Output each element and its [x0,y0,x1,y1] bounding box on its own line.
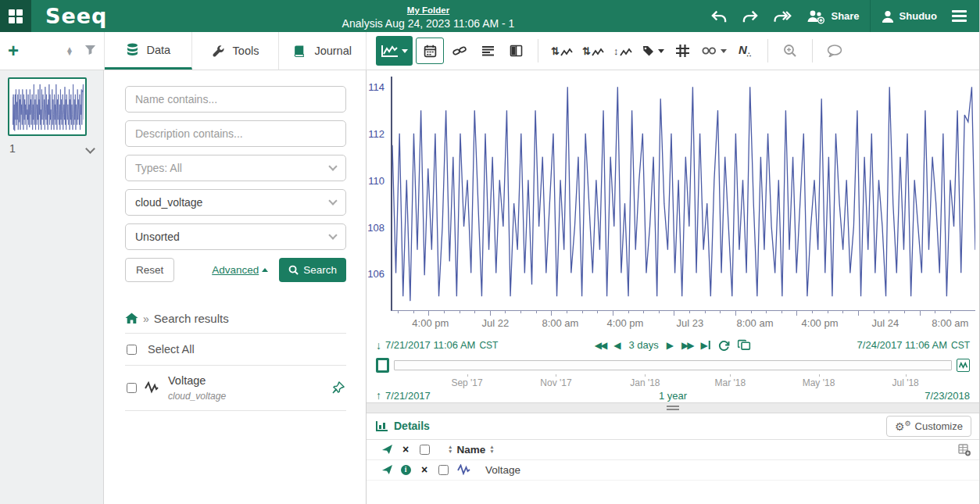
trend-chart-icon [381,45,399,57]
group-axes-button[interactable]: ⇅ [579,38,607,64]
search-button[interactable]: Search [279,258,346,282]
reset-button[interactable]: Reset [125,258,174,282]
investigate-button[interactable] [699,38,730,64]
customize-button[interactable]: ⚙⚙ Customize [886,416,971,437]
paper-plane-icon [381,444,393,455]
range-end-value[interactable]: 7/24/2017 11:06 AM [857,339,947,351]
stack-axes-button[interactable]: ↕ [610,38,635,64]
plot-area[interactable] [391,77,975,311]
redo-all-button[interactable] [766,0,799,32]
range-start-timezone: CST [479,340,498,351]
app-grid-icon [9,9,23,23]
share-label: Share [831,10,859,22]
range-start-value[interactable]: 7/21/2017 11:06 AM [385,339,475,351]
zoom-in-icon [783,44,797,58]
header-divider [870,0,871,32]
row-name[interactable]: Voltage [485,464,520,476]
tab-journal[interactable]: Journal [279,32,367,70]
seeq-app: Seeq My Folder Analysis Aug 24, 2023 11:… [0,0,980,504]
investigate-range-row: ↑ 7/21/2017 1 year 7/23/2018 [376,388,970,403]
investigate-duration[interactable]: 1 year [659,390,687,402]
step-to-end-button[interactable]: ▶ [700,340,710,351]
add-worksheet-button[interactable]: + [8,41,19,60]
search-form-actions: Reset Advanced Search [125,258,346,282]
investigate-start-value[interactable]: 7/21/2017 [385,390,431,402]
refresh-icon[interactable] [718,340,730,351]
auto-update-toggle[interactable] [957,359,970,372]
list-view-button[interactable] [475,38,500,64]
description-contains-input[interactable] [125,120,346,147]
investigate-tick-labels: Sep '17Nov '17Jan '18Mar '18May '18Jul '… [395,375,951,388]
advanced-link[interactable]: Advanced [212,264,268,276]
toolbar-separator [812,39,813,63]
pin-result-button[interactable] [332,381,345,394]
annotate-button[interactable] [822,38,847,64]
range-selector-handle[interactable] [376,358,389,373]
select-all-rows-checkbox[interactable] [420,445,430,455]
header-select-checkbox-cell [415,445,434,455]
investigate-start-group[interactable]: ↑ 7/21/2017 [376,390,431,402]
toolbar-separator [767,39,768,63]
details-header: Details ⚙⚙ Customize [367,413,979,440]
investigate-track[interactable] [394,360,952,370]
range-duration[interactable]: 3 days [628,339,658,351]
trend-chart[interactable]: 114112110108106 4:00 pmJul 228:00 am4:00… [367,70,979,336]
select-all-checkbox[interactable] [127,345,137,355]
add-column-icon [957,443,971,456]
value-labels-button[interactable]: N∴ [733,38,758,64]
row-info-button[interactable]: i [396,465,415,475]
worksheet-thumbnail[interactable] [8,77,87,136]
auto-update-copy-icon[interactable] [738,339,751,351]
customize-axes-button[interactable]: ⇅ [548,38,576,64]
datasource-select[interactable]: cloud_voltage [125,189,346,216]
range-start-group[interactable]: ↓ 7/21/2017 11:06 AM CST [376,339,498,351]
share-button[interactable]: Share [799,0,866,32]
sort-desc-icon[interactable]: ▲▼ [489,445,494,454]
data-search-panel: Types: All cloud_voltage Unsorted Reset … [104,70,367,504]
step-forward-much-button[interactable]: ▶▶ [681,340,692,351]
x-axis-ticks: 4:00 pmJul 228:00 am4:00 pmJul 238:00 am… [391,317,975,331]
filter-worksheets-icon[interactable] [84,44,96,59]
labels-button[interactable] [638,38,667,64]
result-name[interactable]: Voltage [168,374,206,387]
step-forward-button[interactable]: ▶ [667,340,674,351]
send-row-button[interactable] [377,464,396,475]
send-all-button[interactable] [377,444,396,455]
result-checkbox[interactable] [127,383,137,393]
row-checkbox[interactable] [438,465,449,475]
undo-button[interactable] [703,0,735,32]
toolbar-row: + ▲▼ Data Tools [0,32,979,70]
zoom-button[interactable] [778,38,803,64]
sort-worksheets-icon[interactable]: ▲▼ [66,47,73,55]
sort-asc-icon[interactable]: ▲▼ [448,445,452,454]
name-contains-input[interactable] [125,86,346,113]
range-end-group[interactable]: 7/24/2017 11:06 AM CST [857,339,970,351]
sort-select[interactable]: Unsorted [125,223,346,250]
view-mode-trend-button[interactable] [376,36,413,66]
gridlines-button[interactable] [671,38,696,64]
panel-resize-handle[interactable] [367,402,979,413]
worksheet-expand-chevron-icon[interactable] [85,144,95,154]
investigate-end-value[interactable]: 7/23/2018 [925,390,970,402]
remove-all-button[interactable]: × [396,444,415,455]
breadcrumb-my-folder[interactable]: My Folder [407,5,449,16]
app-switcher-button[interactable] [0,0,31,32]
main-menu-button[interactable] [944,10,979,22]
remove-row-button[interactable]: × [415,464,434,475]
step-back-much-button[interactable]: ◀◀ [595,340,606,351]
step-back-button[interactable]: ◀ [613,340,621,351]
user-menu-button[interactable]: Shuduo [874,0,944,32]
date-range-button[interactable] [416,38,444,64]
tab-data[interactable]: Data [105,32,192,70]
home-icon[interactable] [125,313,138,324]
tab-tools[interactable]: Tools [192,32,280,70]
types-select[interactable]: Types: All [125,155,346,181]
tab-tools-label: Tools [233,45,259,57]
search-results-title: Search results [154,312,229,325]
redo-button[interactable] [735,0,766,32]
details-chart-icon [376,420,388,431]
seeq-logo[interactable]: Seeq [45,4,107,28]
compare-view-button[interactable] [503,38,528,64]
link-worksheet-button[interactable] [447,38,472,64]
add-column-button[interactable] [957,443,971,456]
